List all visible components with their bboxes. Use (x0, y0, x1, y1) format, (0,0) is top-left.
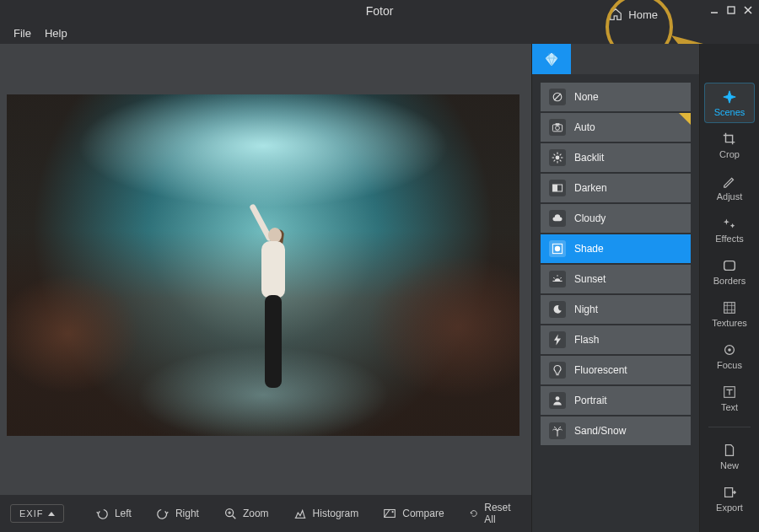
rail-label: New (720, 460, 739, 470)
zoom-label: Zoom (243, 508, 269, 519)
rotate-left-icon (94, 506, 110, 521)
shade-icon (549, 240, 566, 257)
preset-sand-snow[interactable]: Sand/Snow (541, 416, 691, 445)
rotate-left-label: Left (115, 508, 132, 519)
rail-label: Export (716, 502, 743, 513)
moon-icon (549, 301, 566, 318)
rail-label: Text (721, 402, 738, 412)
bulb-icon (549, 362, 566, 379)
preset-label: Sand/Snow (574, 425, 626, 437)
preset-shade[interactable]: Shade (541, 234, 691, 263)
rail-focus[interactable]: Focus (704, 336, 755, 376)
rail-crop[interactable]: Crop (704, 125, 755, 165)
reset-all-button[interactable]: Reset All (461, 498, 521, 529)
rail-label: Textures (712, 318, 747, 328)
preset-darken[interactable]: Darken (541, 174, 691, 202)
premium-tab[interactable] (532, 44, 571, 74)
preset-label: Flash (574, 334, 599, 346)
rail-borders[interactable]: Borders (704, 251, 755, 292)
sunburst-icon (549, 149, 566, 166)
preset-cloudy[interactable]: Cloudy (541, 204, 691, 233)
preset-sunset[interactable]: Sunset (541, 265, 691, 293)
premium-flag-icon (679, 113, 691, 125)
preset-none[interactable]: None (541, 83, 691, 111)
rail-adjust[interactable]: Adjust (704, 167, 755, 207)
preset-portrait[interactable]: Portrait (541, 386, 691, 415)
preset-label: Portrait (574, 395, 607, 406)
newdoc-icon (722, 443, 737, 458)
crop-icon (722, 132, 737, 147)
compare-button[interactable]: Compare (375, 502, 450, 524)
text-icon (722, 384, 737, 400)
palm-icon (549, 422, 566, 439)
canvas-image[interactable] (7, 94, 519, 436)
preset-label: None (574, 91, 599, 103)
rail-new[interactable]: New (704, 436, 755, 476)
chevron-up-icon (48, 512, 55, 516)
reset-icon (468, 506, 480, 521)
cloud-icon (549, 210, 566, 227)
rotate-right-button[interactable]: Right (148, 502, 206, 524)
preset-label: Darken (574, 182, 607, 194)
rail-export[interactable]: Export (704, 478, 755, 519)
compare-icon (382, 506, 397, 521)
flash-icon (549, 331, 566, 348)
sunset-icon (549, 271, 566, 287)
rail-textures[interactable]: Textures (704, 293, 755, 334)
portrait-icon (549, 392, 566, 409)
rail-effects[interactable]: Effects (704, 209, 755, 250)
sparkle-icon (722, 89, 737, 105)
zoom-button[interactable]: Zoom (216, 502, 276, 524)
image-subject (253, 221, 295, 415)
camera-icon (549, 119, 566, 136)
export-icon (722, 485, 737, 500)
texture-icon (722, 300, 737, 315)
none-icon (549, 89, 566, 105)
menu-help[interactable]: Help (45, 27, 67, 40)
rotate-left-button[interactable]: Left (88, 502, 138, 524)
preset-fluorescent[interactable]: Fluorescent (541, 356, 691, 384)
preset-auto[interactable]: Auto (541, 113, 691, 142)
rail-label: Borders (713, 276, 746, 286)
rail-label: Effects (715, 234, 743, 244)
border-icon (722, 258, 737, 273)
menu-file[interactable]: File (13, 27, 31, 40)
histogram-button[interactable]: Histogram (286, 502, 366, 524)
exif-label: EXIF (19, 508, 43, 519)
rotate-right-icon (155, 506, 170, 521)
rail-scenes[interactable]: Scenes (704, 83, 755, 123)
preset-label: Shade (574, 243, 604, 255)
rotate-right-label: Right (175, 508, 199, 519)
rail-label: Crop (719, 149, 740, 159)
preset-night[interactable]: Night (541, 295, 691, 324)
preset-label: Night (574, 304, 598, 315)
preset-flash[interactable]: Flash (541, 325, 691, 354)
rail-separator (708, 427, 751, 427)
preset-label: Cloudy (574, 212, 606, 224)
preset-label: Fluorescent (574, 364, 627, 376)
diamond-icon (543, 51, 560, 67)
preset-label: Auto (574, 121, 595, 133)
preset-backlit[interactable]: Backlit (541, 143, 691, 172)
zoom-icon (223, 506, 238, 521)
histogram-icon (293, 506, 308, 521)
stars-icon (722, 216, 737, 231)
app-title: Fotor (366, 4, 394, 18)
pencil-icon (722, 174, 737, 189)
reset-label: Reset All (484, 502, 514, 525)
exif-button[interactable]: EXIF (10, 504, 64, 523)
rail-label: Adjust (717, 191, 743, 202)
histogram-label: Histogram (313, 508, 359, 519)
rail-label: Scenes (714, 107, 746, 117)
rail-label: Focus (717, 360, 742, 370)
rail-text[interactable]: Text (704, 378, 755, 418)
preset-tab-bar (571, 44, 699, 74)
home-icon (608, 7, 623, 22)
home-label: Home (628, 8, 658, 21)
preset-label: Backlit (574, 152, 604, 164)
home-button-top[interactable]: Home (608, 7, 658, 22)
target-icon (722, 342, 737, 357)
darken-icon (549, 180, 566, 196)
compare-label: Compare (402, 508, 444, 519)
preset-label: Sunset (574, 273, 606, 285)
